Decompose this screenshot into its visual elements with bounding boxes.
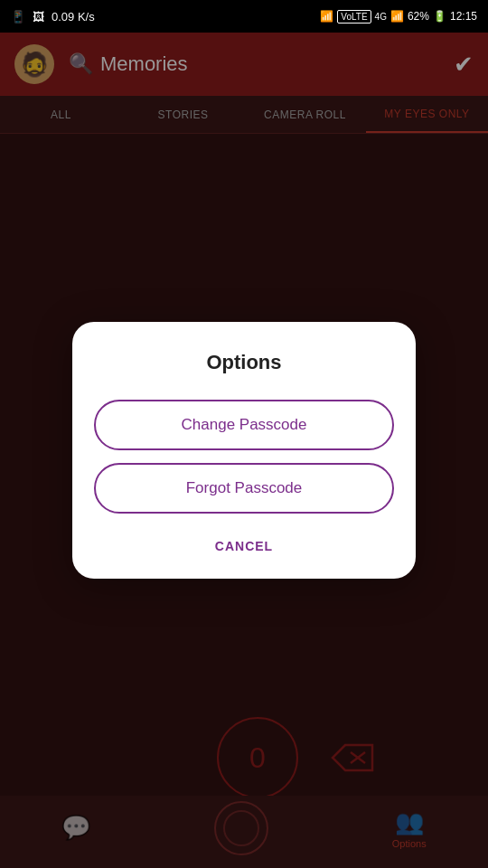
status-right: 📶 VoLTE 4G 📶 62% 🔋 12:15 — [320, 10, 477, 24]
network-strength-icon: 📶 — [390, 10, 404, 23]
volte-label: VoLTE — [337, 10, 371, 24]
time-label: 12:15 — [450, 10, 477, 23]
status-bar: 📱 🖼 0.09 K/s 📶 VoLTE 4G 📶 62% 🔋 12:15 — [0, 0, 488, 33]
cancel-button[interactable]: CANCEL — [197, 532, 291, 561]
battery-label: 62% — [408, 10, 429, 23]
options-dialog: Options Change Passcode Forgot Passcode … — [72, 322, 416, 579]
forgot-passcode-button[interactable]: Forgot Passcode — [94, 463, 394, 514]
status-left: 📱 🖼 0.09 K/s — [11, 10, 95, 24]
whatsapp-icon: 📱 — [11, 10, 25, 24]
signal-icon: 📶 — [320, 10, 333, 23]
dialog-title: Options — [206, 351, 281, 374]
battery-icon: 🔋 — [433, 10, 446, 23]
speed-indicator: 0.09 K/s — [52, 10, 95, 24]
modal-overlay[interactable]: Options Change Passcode Forgot Passcode … — [0, 33, 488, 868]
network-label: 4G — [375, 12, 387, 22]
media-icon: 🖼 — [33, 10, 44, 24]
change-passcode-button[interactable]: Change Passcode — [94, 400, 394, 450]
